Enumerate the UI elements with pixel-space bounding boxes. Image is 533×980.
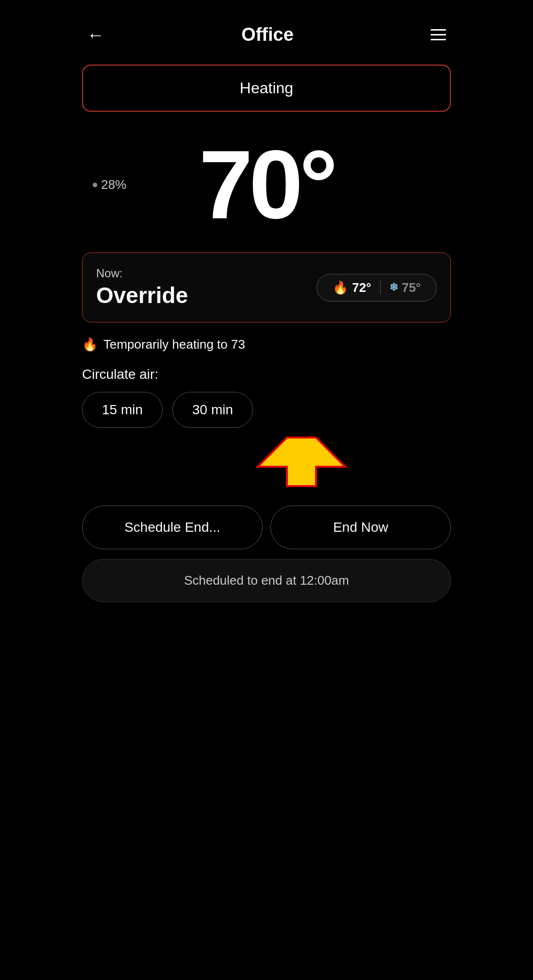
- page-title: Office: [241, 24, 294, 45]
- end-now-button[interactable]: End Now: [270, 506, 451, 549]
- arrow-annotation: [248, 433, 355, 491]
- temperature-display: 70°: [199, 136, 334, 233]
- now-label: Now:: [96, 267, 188, 280]
- circulate-buttons: 15 min 30 min: [82, 392, 451, 428]
- humidity-display: ● 28%: [92, 177, 126, 192]
- cool-temp-value: 75°: [402, 280, 421, 295]
- heating-badge: Heating: [82, 65, 451, 112]
- temperature-section: ● 28% 70°: [82, 121, 451, 243]
- circulate-label: Circulate air:: [82, 367, 451, 382]
- schedule-end-info: Scheduled to end at 12:00am: [82, 559, 451, 602]
- heating-note: 🔥 Temporarily heating to 73: [82, 337, 451, 352]
- heating-note-flame-icon: 🔥: [82, 337, 98, 352]
- override-card: Now: Override 🔥 72° ❄ 75°: [82, 253, 451, 322]
- schedule-end-button[interactable]: Schedule End...: [82, 506, 263, 549]
- temp-pills: 🔥 72° ❄ 75°: [316, 274, 437, 302]
- humidity-icon: ●: [92, 178, 98, 191]
- heating-badge-text: Heating: [240, 79, 293, 97]
- override-header: Now: Override 🔥 72° ❄ 75°: [96, 267, 437, 308]
- svg-marker-1: [258, 438, 345, 486]
- pill-divider: [380, 281, 381, 294]
- humidity-value: 28%: [101, 177, 126, 192]
- header: ← Office: [82, 0, 451, 60]
- action-buttons: Schedule End... End Now: [82, 506, 451, 549]
- circulate-15min-button[interactable]: 15 min: [82, 392, 163, 428]
- heat-temp-value: 72°: [352, 280, 371, 295]
- heat-temp-pill: 🔥 72°: [327, 280, 377, 295]
- flame-icon: 🔥: [333, 280, 348, 295]
- phone-container: ← Office Heating ● 28% 70° Now: Override…: [67, 0, 466, 980]
- menu-line-1: [431, 29, 446, 31]
- back-button[interactable]: ←: [87, 25, 104, 45]
- cool-temp-pill: ❄ 75°: [383, 280, 427, 295]
- menu-button[interactable]: [431, 29, 446, 40]
- override-title: Override: [96, 282, 188, 308]
- heating-note-text: Temporarily heating to 73: [103, 337, 245, 352]
- override-info: Now: Override: [96, 267, 188, 308]
- circulate-30min-button[interactable]: 30 min: [172, 392, 253, 428]
- circulate-section: Circulate air: 15 min 30 min: [82, 367, 451, 428]
- menu-line-3: [431, 39, 446, 40]
- arrow-annotation-container: [82, 438, 451, 486]
- menu-line-2: [431, 34, 446, 35]
- snowflake-icon: ❄: [389, 281, 398, 294]
